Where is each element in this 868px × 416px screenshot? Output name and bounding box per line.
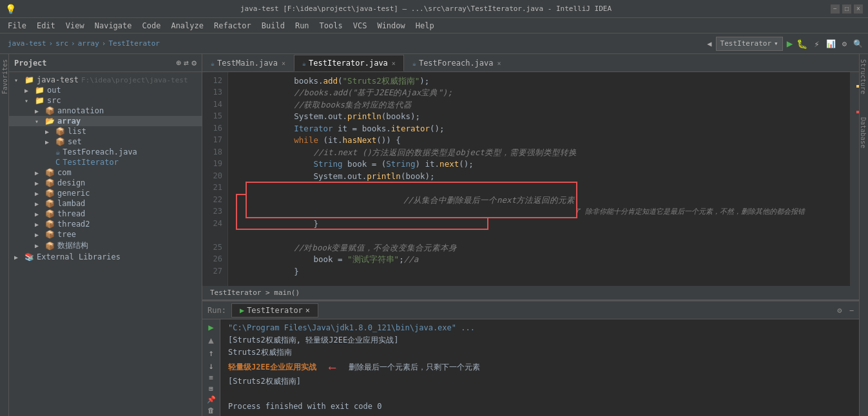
tab-testiterator[interactable]: ☕ TestIterator.java × — [294, 55, 404, 71]
menu-view[interactable]: View — [61, 20, 90, 32]
expand-arrow: ▾ — [14, 77, 24, 84]
trash-button[interactable]: 🗑 — [205, 406, 218, 415]
sync-icon[interactable]: ⇄ — [184, 58, 189, 68]
tab-close-button[interactable]: × — [392, 60, 396, 67]
tree-item-data-structure[interactable]: ▶ 📦 数据结构 — [9, 240, 202, 252]
menu-code[interactable]: Code — [137, 20, 166, 32]
tab-close-button[interactable]: × — [497, 60, 501, 67]
code-content[interactable]: books.add("Struts2权威指南"); //books.add("基… — [228, 72, 850, 286]
tree-label: External Libraries — [37, 252, 121, 261]
search-button[interactable]: 🔍 — [853, 39, 863, 48]
tree-item-testiterator[interactable]: C TestIterator — [9, 157, 202, 167]
breadcrumb-array[interactable]: array — [78, 39, 99, 48]
run-tab-close[interactable]: × — [305, 306, 310, 315]
tree-item-annotation[interactable]: ▶ 📦 annotation — [9, 106, 202, 116]
menu-file[interactable]: File — [3, 20, 32, 32]
tree-item-out[interactable]: ▶ 📁 out — [9, 85, 202, 95]
title-text: java-test [F:\idea\project\java-test] – … — [21, 5, 831, 13]
tree-item-design[interactable]: ▶ 📦 design — [9, 178, 202, 188]
expand-arrow: ▶ — [35, 200, 45, 207]
package-icon: 📦 — [45, 209, 55, 218]
tab-testmain[interactable]: ☕ TestMain.java × — [202, 55, 294, 71]
pin-button[interactable]: 📌 — [205, 395, 218, 404]
tree-item-tree[interactable]: ▶ 📦 tree — [9, 229, 202, 240]
run-tab-label: TestIterator — [247, 306, 303, 315]
output-line-blank — [228, 388, 851, 400]
tree-item-array[interactable]: ▾ 📂 array — [9, 116, 202, 126]
tree-item-src[interactable]: ▾ 📁 src — [9, 95, 202, 106]
expand-arrow: ▶ — [14, 254, 24, 261]
tree-item-thread[interactable]: ▶ 📦 thread — [9, 209, 202, 219]
close-button[interactable]: × — [854, 5, 863, 14]
right-gutter — [850, 72, 859, 286]
scroll-up-button[interactable]: ↑ — [205, 348, 218, 358]
tab-close-button[interactable]: × — [282, 60, 285, 67]
menu-vcs[interactable]: VCS — [348, 20, 372, 32]
menu-analyze[interactable]: Analyze — [166, 20, 209, 32]
package-icon: 📦 — [45, 106, 55, 115]
breadcrumb-class[interactable]: TestIterator > main() — [210, 288, 300, 297]
expand-arrow: ▾ — [24, 97, 35, 104]
java-class-icon: C — [55, 158, 60, 167]
menu-navigate[interactable]: Navigate — [90, 20, 137, 32]
stop-button[interactable]: ▲ — [205, 335, 218, 345]
menu-window[interactable]: Window — [372, 20, 410, 32]
maximize-button[interactable]: □ — [842, 5, 851, 14]
settings-icon[interactable]: ⚙ — [191, 58, 197, 68]
tree-item-thread2[interactable]: ▶ 📦 thread2 — [9, 219, 202, 229]
tree-item-generic[interactable]: ▶ 📦 generic — [9, 188, 202, 198]
java-file-icon: ☕ — [302, 60, 306, 67]
menu-tools[interactable]: Tools — [314, 20, 348, 32]
code-editor[interactable]: 12 13 14 15 16 17 18 19 20 21 22 23 24 2… — [202, 72, 859, 286]
tab-testforeach[interactable]: ☕ TestForeach.java × — [404, 55, 510, 71]
debug-button[interactable]: 🐛 — [796, 39, 807, 49]
menu-run[interactable]: Run — [290, 20, 314, 32]
profile-button[interactable]: 📊 — [826, 39, 836, 48]
wrap-button[interactable]: ⊞ — [205, 384, 218, 393]
database-tab[interactable]: Database — [860, 112, 868, 153]
tree-item-com[interactable]: ▶ 📦 com — [9, 167, 202, 178]
tree-item-testforeach[interactable]: ☕ TestForeach.java — [9, 147, 202, 157]
menu-help[interactable]: Help — [410, 20, 439, 32]
tree-item-list[interactable]: ▶ 📦 list — [9, 126, 202, 137]
package-icon: 📦 — [45, 230, 55, 239]
minimize-button[interactable]: − — [831, 5, 840, 14]
add-icon[interactable]: ⊕ — [177, 58, 182, 68]
tree-label: array — [57, 117, 81, 126]
scroll-down-button[interactable]: ↓ — [205, 361, 218, 371]
code-line-14: //获取books集合对应的迭代器 — [236, 99, 842, 111]
menu-refactor[interactable]: Refactor — [209, 20, 256, 32]
structure-tab[interactable]: Structure — [860, 54, 868, 99]
menu-build[interactable]: Build — [256, 20, 290, 32]
run-output[interactable]: "C:\Program Files\Java\jdk1.8.0_121\bin\… — [220, 319, 859, 416]
title-bar: 💡 java-test [F:\idea\project\java-test] … — [0, 0, 868, 18]
favorites-tab[interactable]: Favorites — [0, 54, 8, 99]
left-tabs: Favorites — [0, 54, 9, 416]
tree-item-java-test[interactable]: ▾ 📁 java-test F:\idea\project\java-test — [9, 75, 202, 85]
library-icon: 📚 — [24, 252, 34, 261]
breadcrumb-file[interactable]: TestIterator — [108, 39, 159, 48]
gear-icon: ⚙ — [837, 306, 842, 315]
run-tab[interactable]: ▶ TestIterator × — [231, 303, 318, 317]
breadcrumb-project[interactable]: java-test — [8, 39, 46, 48]
settings-button[interactable]: ⚙ — [842, 39, 847, 48]
filter-button[interactable]: ≡ — [205, 373, 218, 382]
menu-edit[interactable]: Edit — [32, 20, 61, 32]
breadcrumb-src[interactable]: src — [55, 39, 68, 48]
run-button[interactable]: ▶ — [787, 37, 793, 50]
run-config-selector[interactable]: TestIterator ▾ — [716, 37, 783, 51]
run-settings-button[interactable]: ⚙ − — [837, 306, 854, 315]
annotation-arrow: ⟵ — [329, 359, 336, 376]
rerun-button[interactable]: ▶ — [205, 322, 218, 332]
tree-label: java-test — [37, 75, 79, 84]
back-button[interactable]: ◀ — [707, 39, 711, 48]
editor-tabs: ☕ TestMain.java × ☕ TestIterator.java × … — [202, 54, 859, 72]
tree-item-external-libs[interactable]: ▶ 📚 External Libraries — [9, 252, 202, 262]
java-file-icon: ☕ — [211, 60, 215, 67]
editor-breadcrumb: TestIterator > main() — [202, 286, 859, 300]
code-line-16: Iterator it = books.iterator(); — [236, 122, 842, 135]
tree-item-lambad[interactable]: ▶ 📦 lambad — [9, 198, 202, 209]
tree-item-set[interactable]: ▶ 📦 set — [9, 137, 202, 147]
code-line-22: //从集合中删除最后一个next方法返回的元素 — [236, 194, 842, 206]
coverage-button[interactable]: ⚡ — [814, 39, 819, 49]
